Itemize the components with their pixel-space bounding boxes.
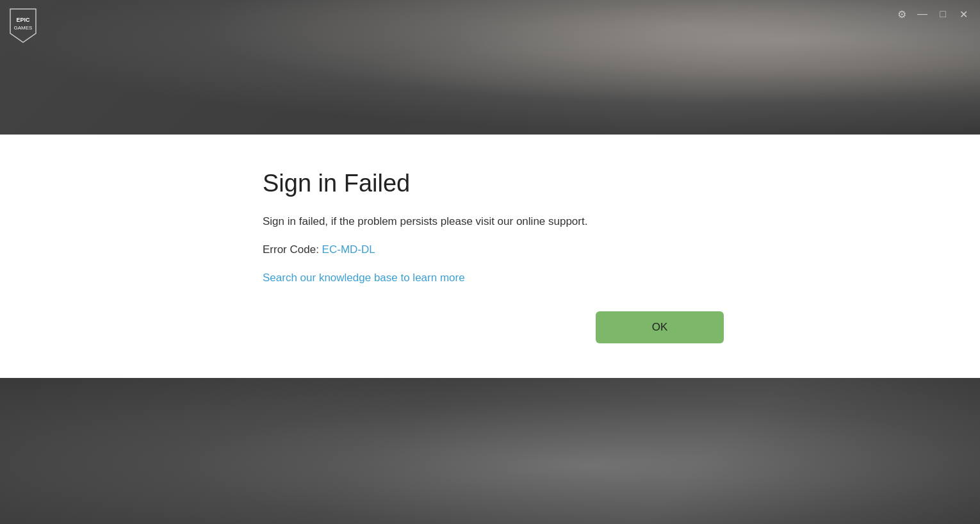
minimize-button[interactable]: — [913,5,931,23]
dialog-description: Sign in failed, if the problem persists … [263,215,980,228]
titlebar: ⚙ — □ ✕ [885,0,980,28]
close-button[interactable]: ✕ [954,5,972,23]
maximize-button[interactable]: □ [934,5,952,23]
dialog-error-code-row: Error Code: EC-MD-DL [263,243,980,256]
background-bottom [0,377,980,524]
settings-button[interactable]: ⚙ [893,5,911,23]
dialog-title: Sign in Failed [263,170,980,197]
svg-text:EPIC: EPIC [16,17,30,23]
background-top-overlay [0,0,980,135]
button-row: OK [263,305,980,343]
ok-button[interactable]: OK [596,311,724,343]
svg-text:GAMES: GAMES [14,25,33,31]
error-code-link[interactable]: EC-MD-DL [322,243,375,256]
error-label: Error Code: [263,243,319,256]
knowledge-base-link[interactable]: Search our knowledge base to learn more [263,272,980,284]
background-top [0,0,980,135]
epic-games-logo: EPIC GAMES [8,8,38,44]
error-dialog: Sign in Failed Sign in failed, if the pr… [0,135,980,378]
